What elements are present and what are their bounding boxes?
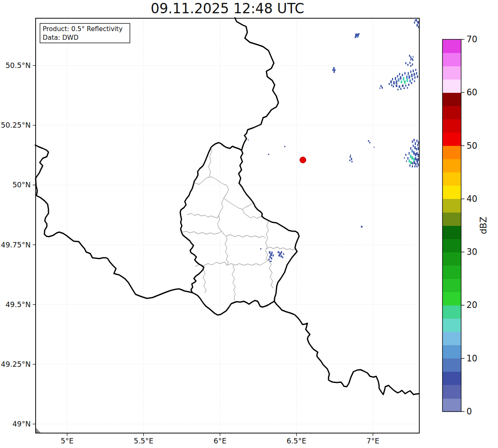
country-borders bbox=[35, 18, 419, 433]
radar-echo-pixel bbox=[397, 89, 399, 90]
region-border-path bbox=[225, 236, 228, 265]
radar-echo-pixel bbox=[406, 79, 408, 82]
radar-echo-pixel bbox=[410, 161, 412, 164]
radar-echo-pixel bbox=[391, 84, 392, 86]
radar-echo-pixel bbox=[416, 72, 417, 75]
radar-echo-pixel bbox=[415, 69, 416, 71]
radar-echo-pixel bbox=[408, 84, 409, 86]
radar-echo-pixel bbox=[269, 256, 271, 258]
radar-figure: 09.11.2025 12:48 UTC 5°E5.5°E6°E6.5°E7°E… bbox=[0, 0, 498, 448]
radar-echo-pixel bbox=[273, 254, 274, 257]
marker-layer bbox=[300, 157, 306, 163]
radar-echo-pixel bbox=[399, 73, 400, 75]
corner-border-fragment bbox=[36, 428, 41, 433]
radar-echo-pixel bbox=[355, 36, 356, 38]
radar-echo-pixel bbox=[393, 81, 395, 85]
radar-echo-pixel bbox=[334, 70, 335, 73]
colorbar-segment bbox=[442, 172, 461, 186]
radar-echo-pixel bbox=[396, 85, 397, 87]
colorbar-segment bbox=[442, 92, 461, 106]
region-border-path bbox=[203, 269, 206, 293]
region-border-path bbox=[194, 177, 254, 209]
colorbar-segment bbox=[442, 385, 461, 399]
radar-echo-pixel bbox=[400, 88, 401, 90]
radar-map-plot: 09.11.2025 12:48 UTC 5°E5.5°E6°E6.5°E7°E… bbox=[0, 0, 498, 448]
radar-echo-pixel bbox=[268, 154, 269, 155]
radar-echo-pixel bbox=[380, 87, 380, 89]
x-tick-label: 6°E bbox=[214, 437, 227, 445]
radar-echo-pixel bbox=[416, 165, 418, 167]
radar-echo-pixel bbox=[270, 261, 272, 262]
radar-echo-pixel bbox=[350, 155, 351, 156]
y-tick-label: 50.25°N bbox=[1, 121, 31, 129]
radar-echo-pixel bbox=[411, 150, 413, 153]
radar-echo-pixel bbox=[413, 158, 415, 161]
radar-echo-pixel bbox=[282, 257, 283, 258]
radar-echo-pixel bbox=[409, 165, 411, 167]
colorbar-segment bbox=[442, 345, 461, 359]
radar-echo-pixel bbox=[404, 87, 405, 89]
radar-echo-pixel bbox=[413, 70, 414, 72]
y-tick-label: 49.75°N bbox=[1, 241, 31, 249]
radar-echo-pixel bbox=[409, 160, 410, 162]
country-border-path bbox=[274, 301, 419, 395]
x-tick-label: 6.5°E bbox=[287, 437, 307, 445]
radar-echo-pixel bbox=[271, 257, 272, 259]
radar-echo-pixel bbox=[351, 158, 352, 160]
radar-echo-pixel bbox=[412, 59, 413, 61]
radar-echo-pixel bbox=[410, 59, 411, 61]
region-border-path bbox=[187, 213, 219, 218]
radar-echo-pixel bbox=[270, 253, 272, 256]
y-tick-label: 49°N bbox=[12, 420, 31, 428]
colorbar-segment bbox=[442, 332, 461, 346]
y-tick-label: 50°N bbox=[12, 181, 31, 189]
radar-echo-pixel bbox=[414, 76, 416, 79]
radar-echo-pixel bbox=[406, 160, 407, 162]
radar-echo-pixel bbox=[396, 80, 397, 84]
region-border-path bbox=[266, 221, 268, 260]
region-border-path bbox=[196, 260, 268, 266]
radar-echo-pixel bbox=[402, 74, 403, 76]
radar-echo-pixel bbox=[415, 157, 416, 160]
radar-echo-pixel bbox=[411, 82, 412, 84]
colorbar-segment bbox=[442, 106, 461, 119]
colorbar-segment bbox=[442, 292, 461, 305]
colorbar-segment bbox=[442, 66, 461, 80]
colorbar-tick-label: 0 bbox=[467, 407, 472, 417]
colorbar: 010203040506070 bbox=[442, 34, 477, 417]
radar-echo-pixel bbox=[412, 78, 413, 80]
radar-echo-pixel bbox=[404, 72, 406, 75]
radar-echo-pixel bbox=[416, 152, 418, 155]
radar-echo-pixel bbox=[409, 152, 410, 155]
radar-echo-pixel bbox=[368, 140, 369, 142]
radar-echo-pixel bbox=[402, 85, 404, 87]
radar-echo-pixel bbox=[410, 155, 411, 158]
colorbar-segment bbox=[442, 398, 461, 412]
radar-echo-pixel bbox=[417, 21, 419, 24]
region-border-path bbox=[226, 235, 266, 238]
radar-echo-pixel bbox=[416, 140, 418, 142]
radar-echo-pixel bbox=[409, 62, 411, 64]
radar-echo-pixel bbox=[413, 139, 415, 141]
radar-echo-pixel bbox=[369, 142, 370, 143]
colorbar-segment bbox=[442, 319, 461, 332]
radar-echo-pixel bbox=[416, 24, 418, 27]
y-tick-label: 49.25°N bbox=[1, 360, 31, 368]
country-border-path bbox=[180, 143, 299, 315]
country-border-path bbox=[235, 18, 278, 150]
radar-echo-pixel bbox=[404, 80, 406, 84]
radar-echo-pixel bbox=[405, 62, 406, 64]
radar-echo-pixel bbox=[407, 87, 408, 89]
radar-echo-pixel bbox=[413, 73, 415, 76]
radar-echo-pixel bbox=[416, 148, 417, 150]
radar-echo-pixel bbox=[278, 254, 280, 257]
colorbar-segment bbox=[442, 225, 461, 239]
tick-layer: 5°E5.5°E6°E6.5°E7°E50.5°N50.25°N50°N49.7… bbox=[1, 61, 379, 445]
radar-echo-pixel bbox=[395, 77, 396, 80]
radar-echo-pixel bbox=[411, 156, 413, 160]
radar-echo-pixel bbox=[409, 80, 411, 82]
colorbar-tick-label: 40 bbox=[467, 194, 477, 204]
radar-echo-pixel bbox=[415, 153, 416, 156]
radar-echo-pixel bbox=[374, 147, 375, 148]
colorbar-segment bbox=[442, 186, 461, 199]
